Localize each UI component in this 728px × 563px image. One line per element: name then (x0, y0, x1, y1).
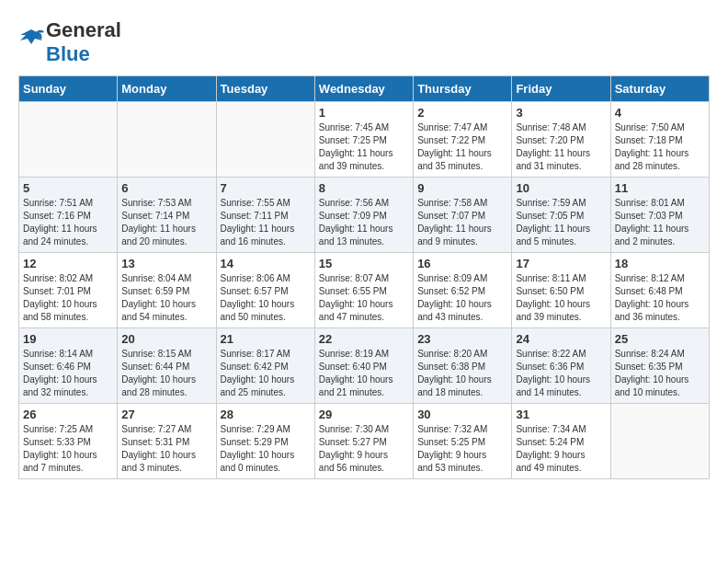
calendar-cell: 3Sunrise: 7:48 AM Sunset: 7:20 PM Daylig… (512, 102, 610, 178)
day-info: Sunrise: 7:47 AM Sunset: 7:22 PM Dayligh… (417, 121, 507, 173)
logo-general-text: General (46, 18, 121, 41)
day-number: 14 (221, 257, 311, 270)
calendar-cell: 31Sunrise: 7:34 AM Sunset: 5:24 PM Dayli… (512, 404, 610, 479)
page-header: General Blue (18, 18, 710, 66)
day-info: Sunrise: 8:24 AM Sunset: 6:35 PM Dayligh… (615, 348, 705, 399)
day-number: 6 (121, 181, 211, 195)
day-number: 2 (417, 106, 507, 120)
day-number: 30 (417, 408, 507, 421)
day-number: 26 (23, 408, 113, 421)
logo: General Blue (18, 18, 121, 66)
day-number: 21 (221, 332, 311, 346)
weekday-header: Monday (118, 76, 216, 102)
day-info: Sunrise: 8:22 AM Sunset: 6:36 PM Dayligh… (516, 348, 606, 399)
calendar-week-row: 19Sunrise: 8:14 AM Sunset: 6:46 PM Dayli… (19, 328, 710, 404)
calendar-cell (118, 102, 216, 178)
day-info: Sunrise: 8:12 AM Sunset: 6:48 PM Dayligh… (615, 272, 705, 324)
calendar-cell: 25Sunrise: 8:24 AM Sunset: 6:35 PM Dayli… (610, 328, 709, 404)
day-info: Sunrise: 8:02 AM Sunset: 7:01 PM Dayligh… (23, 272, 113, 324)
day-info: Sunrise: 7:30 AM Sunset: 5:27 PM Dayligh… (319, 423, 409, 475)
logo-container: General Blue (18, 18, 121, 66)
day-info: Sunrise: 8:06 AM Sunset: 6:57 PM Dayligh… (221, 272, 311, 324)
calendar-cell: 13Sunrise: 8:04 AM Sunset: 6:59 PM Dayli… (118, 253, 216, 328)
day-number: 28 (221, 408, 311, 421)
weekday-header-row: SundayMondayTuesdayWednesdayThursdayFrid… (19, 76, 710, 102)
calendar-week-row: 26Sunrise: 7:25 AM Sunset: 5:33 PM Dayli… (19, 404, 710, 479)
day-number: 3 (516, 106, 606, 120)
day-number: 23 (417, 332, 507, 346)
calendar-cell: 17Sunrise: 8:11 AM Sunset: 6:50 PM Dayli… (512, 253, 610, 328)
day-number: 13 (121, 257, 211, 270)
day-info: Sunrise: 7:27 AM Sunset: 5:31 PM Dayligh… (121, 423, 211, 475)
day-number: 17 (516, 257, 606, 270)
day-info: Sunrise: 8:01 AM Sunset: 7:03 PM Dayligh… (615, 197, 705, 248)
day-info: Sunrise: 7:58 AM Sunset: 7:07 PM Dayligh… (417, 197, 507, 248)
day-info: Sunrise: 7:34 AM Sunset: 5:24 PM Dayligh… (516, 423, 606, 475)
day-info: Sunrise: 8:09 AM Sunset: 6:52 PM Dayligh… (417, 272, 507, 324)
day-number: 25 (615, 332, 705, 346)
calendar-cell (216, 102, 314, 178)
calendar-cell: 23Sunrise: 8:20 AM Sunset: 6:38 PM Dayli… (414, 328, 512, 404)
day-number: 7 (221, 181, 311, 195)
calendar-cell: 18Sunrise: 8:12 AM Sunset: 6:48 PM Dayli… (610, 253, 709, 328)
calendar-cell: 2Sunrise: 7:47 AM Sunset: 7:22 PM Daylig… (414, 102, 512, 178)
calendar-cell: 5Sunrise: 7:51 AM Sunset: 7:16 PM Daylig… (19, 178, 118, 253)
day-number: 11 (615, 181, 705, 195)
day-number: 22 (319, 332, 409, 346)
day-info: Sunrise: 8:15 AM Sunset: 6:44 PM Dayligh… (121, 348, 211, 399)
calendar-cell: 22Sunrise: 8:19 AM Sunset: 6:40 PM Dayli… (314, 328, 413, 404)
day-number: 9 (417, 181, 507, 195)
day-info: Sunrise: 7:25 AM Sunset: 5:33 PM Dayligh… (23, 423, 113, 475)
day-info: Sunrise: 8:17 AM Sunset: 6:42 PM Dayligh… (221, 348, 311, 399)
logo-blue-text: Blue (46, 42, 90, 65)
day-info: Sunrise: 8:11 AM Sunset: 6:50 PM Dayligh… (516, 272, 606, 324)
day-number: 1 (319, 106, 409, 120)
day-info: Sunrise: 7:51 AM Sunset: 7:16 PM Dayligh… (23, 197, 113, 248)
calendar-cell: 8Sunrise: 7:56 AM Sunset: 7:09 PM Daylig… (314, 178, 413, 253)
day-info: Sunrise: 8:14 AM Sunset: 6:46 PM Dayligh… (23, 348, 113, 399)
day-number: 12 (23, 257, 113, 270)
day-info: Sunrise: 7:56 AM Sunset: 7:09 PM Dayligh… (319, 197, 409, 248)
weekday-header: Thursday (414, 76, 512, 102)
day-info: Sunrise: 8:07 AM Sunset: 6:55 PM Dayligh… (319, 272, 409, 324)
calendar-cell: 10Sunrise: 7:59 AM Sunset: 7:05 PM Dayli… (512, 178, 610, 253)
day-number: 31 (516, 408, 606, 421)
calendar-cell: 14Sunrise: 8:06 AM Sunset: 6:57 PM Dayli… (216, 253, 314, 328)
day-number: 19 (23, 332, 113, 346)
calendar-cell: 4Sunrise: 7:50 AM Sunset: 7:18 PM Daylig… (610, 102, 709, 178)
day-info: Sunrise: 7:50 AM Sunset: 7:18 PM Dayligh… (615, 121, 705, 173)
calendar-cell: 6Sunrise: 7:53 AM Sunset: 7:14 PM Daylig… (118, 178, 216, 253)
day-info: Sunrise: 7:48 AM Sunset: 7:20 PM Dayligh… (516, 121, 606, 173)
calendar-table: SundayMondayTuesdayWednesdayThursdayFrid… (18, 75, 710, 479)
day-number: 18 (615, 257, 705, 270)
day-info: Sunrise: 8:20 AM Sunset: 6:38 PM Dayligh… (417, 348, 507, 399)
weekday-header: Friday (512, 76, 610, 102)
day-number: 16 (417, 257, 507, 270)
calendar-cell: 16Sunrise: 8:09 AM Sunset: 6:52 PM Dayli… (414, 253, 512, 328)
day-number: 29 (319, 408, 409, 421)
day-info: Sunrise: 7:59 AM Sunset: 7:05 PM Dayligh… (516, 197, 606, 248)
logo-text: General Blue (46, 18, 121, 66)
day-number: 20 (121, 332, 211, 346)
calendar-cell: 15Sunrise: 8:07 AM Sunset: 6:55 PM Dayli… (314, 253, 413, 328)
logo-graphic (18, 28, 44, 57)
logo-bird-icon (18, 28, 44, 53)
calendar-cell: 20Sunrise: 8:15 AM Sunset: 6:44 PM Dayli… (118, 328, 216, 404)
calendar-cell: 9Sunrise: 7:58 AM Sunset: 7:07 PM Daylig… (414, 178, 512, 253)
calendar-cell: 26Sunrise: 7:25 AM Sunset: 5:33 PM Dayli… (19, 404, 118, 479)
calendar-cell: 30Sunrise: 7:32 AM Sunset: 5:25 PM Dayli… (414, 404, 512, 479)
day-info: Sunrise: 7:55 AM Sunset: 7:11 PM Dayligh… (221, 197, 311, 248)
calendar-cell (19, 102, 118, 178)
calendar-week-row: 5Sunrise: 7:51 AM Sunset: 7:16 PM Daylig… (19, 178, 710, 253)
day-number: 10 (516, 181, 606, 195)
day-number: 24 (516, 332, 606, 346)
calendar-cell: 7Sunrise: 7:55 AM Sunset: 7:11 PM Daylig… (216, 178, 314, 253)
calendar-cell: 1Sunrise: 7:45 AM Sunset: 7:25 PM Daylig… (314, 102, 413, 178)
calendar-cell: 29Sunrise: 7:30 AM Sunset: 5:27 PM Dayli… (314, 404, 413, 479)
day-info: Sunrise: 8:04 AM Sunset: 6:59 PM Dayligh… (121, 272, 211, 324)
day-number: 8 (319, 181, 409, 195)
calendar-cell (610, 404, 709, 479)
calendar-cell: 12Sunrise: 8:02 AM Sunset: 7:01 PM Dayli… (19, 253, 118, 328)
weekday-header: Wednesday (314, 76, 413, 102)
calendar-week-row: 1Sunrise: 7:45 AM Sunset: 7:25 PM Daylig… (19, 102, 710, 178)
